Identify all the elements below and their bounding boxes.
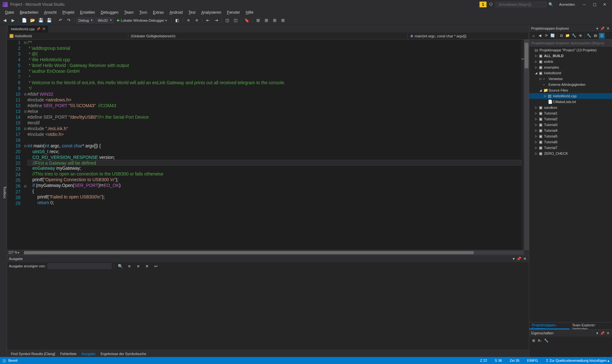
output-wrap-icon[interactable]: ↩ — [153, 263, 160, 270]
properties-grid[interactable] — [529, 344, 612, 357]
panel-pin-icon[interactable]: 📌 — [516, 256, 522, 261]
notification-badge[interactable]: 1 — [480, 2, 487, 7]
tb-icon-c[interactable]: ⊞ — [271, 17, 278, 24]
menu-android[interactable]: Android — [167, 10, 185, 15]
feedback-icon[interactable]: 🗨 — [487, 2, 495, 7]
sln-home-icon[interactable]: ⌂ — [531, 33, 536, 39]
tree-node-all_build[interactable]: ▷▣ALL_BUILD — [529, 53, 612, 59]
tree-node-tutorial7[interactable]: ▷▣Tutorial7 — [529, 145, 612, 151]
menu-extras[interactable]: Extras — [150, 10, 166, 15]
code-line[interactable]: if (myGateway.Open(SER_PORT)!=EO_OK) — [27, 182, 521, 188]
code-line[interactable]: #ifdef WIN32 — [27, 91, 521, 97]
panel-dropdown-icon[interactable]: ▾ — [596, 26, 599, 31]
sln-filter-icon[interactable]: ▤ — [593, 33, 598, 39]
close-button[interactable]: ✕ — [600, 1, 609, 8]
menu-analysieren[interactable]: Analysieren — [199, 10, 224, 15]
start-debug-button[interactable]: ▶ Lokaler Windows-Debugger ▾ — [115, 18, 170, 23]
bookmark-icon[interactable]: 🔖 — [243, 17, 250, 24]
bottom-tab-0[interactable]: Find Symbol Results [Clang] — [8, 351, 58, 356]
tree-node-source-files[interactable]: ◢📁Source Files — [529, 87, 612, 93]
code-line[interactable]: #include "./eoLink.h" — [27, 126, 521, 131]
tree-node-tutorial1[interactable]: ▷▣Tutorial1 — [529, 110, 612, 116]
tb-icon-3[interactable]: ≡ — [193, 17, 200, 24]
tb-icon-b[interactable]: ⊞ — [263, 17, 270, 24]
code-line[interactable]: { — [27, 188, 521, 194]
code-line[interactable]: #endif — [27, 120, 521, 126]
fold-toggle[interactable]: ⊟ — [23, 40, 27, 45]
minimize-button[interactable]: ─ — [579, 1, 589, 8]
new-file-icon[interactable]: 📄 — [21, 17, 28, 24]
tb-icon-d[interactable]: ⊞ — [279, 17, 286, 24]
sln-collapse-icon[interactable]: ⊟ — [558, 33, 564, 39]
panel-close-icon[interactable]: ✕ — [523, 256, 527, 261]
code-line[interactable]: * \file HelloWorld.cpp — [27, 57, 521, 63]
nav-back-icon[interactable]: ◀ — [1, 17, 8, 24]
sln-wrench-icon[interactable]: 🔧 — [586, 33, 592, 39]
panel-dropdown-icon[interactable]: ▾ — [596, 331, 599, 335]
sln-back-icon[interactable]: ◀ — [537, 33, 543, 39]
prop-wrench-icon[interactable]: 🔧 — [543, 338, 549, 343]
horizontal-scrollbar[interactable] — [24, 251, 524, 255]
bottom-tab-3[interactable]: Ergebnisse der Symbolsuche — [98, 351, 149, 356]
menu-fenster[interactable]: Fenster — [224, 10, 243, 15]
menu-erstellen[interactable]: Erstellen — [78, 10, 98, 15]
menu-debuggen[interactable]: Debuggen — [98, 10, 121, 15]
vertical-scrollbar[interactable] — [524, 40, 529, 250]
fold-toggle[interactable]: ⊟ — [23, 143, 27, 149]
tree-node-examples[interactable]: ▷▣examples — [529, 64, 612, 70]
panel-pin-icon[interactable]: 📌 — [600, 26, 605, 31]
tree-node-helloworld-cpp[interactable]: ▷▤HelloWorld.cpp — [529, 93, 612, 99]
overview-ruler[interactable] — [521, 40, 524, 250]
quick-launch-input[interactable] — [495, 2, 547, 7]
menu-hilfe[interactable]: Hilfe — [243, 10, 256, 15]
solution-search-input[interactable] — [529, 40, 612, 47]
code-line[interactable]: CO_RD_VERSION_RESPONSE version; — [27, 154, 521, 160]
scrollbar-thumb-h[interactable] — [24, 251, 474, 254]
sln-sync-icon[interactable]: ⟳ — [543, 33, 549, 39]
sln-refresh-icon[interactable]: 🔄 — [550, 33, 555, 39]
pin-icon[interactable]: 📌 — [36, 27, 40, 31]
menu-tsvn[interactable]: Tsvn — [137, 10, 150, 15]
source-control-link[interactable]: ↥ Zur Quellcodeverwaltung hinzufügen ▴ — [546, 359, 609, 363]
tree-node-externe-abh-ngigkeiten[interactable]: ▫Externe Abhängigkeiten — [529, 82, 612, 87]
output-source-dropdown[interactable] — [48, 263, 111, 269]
output-clear-icon[interactable]: ✕ — [144, 263, 151, 270]
prop-az-icon[interactable]: A↓ — [537, 338, 543, 343]
code-line[interactable]: */ — [27, 85, 521, 91]
tree-node-tutorial2[interactable]: ▷▣Tutorial2 — [529, 116, 612, 122]
sln-more-icon[interactable]: ☰ — [599, 33, 605, 39]
config-dropdown[interactable]: Debug — [76, 18, 94, 23]
code-line[interactable]: #include <windows.h> — [27, 97, 521, 103]
output-find-icon[interactable]: 🔍 — [117, 263, 124, 270]
panel-tab-1[interactable]: Team Explorer: Verbinden — [570, 323, 612, 329]
code-line[interactable]: //This tries to open an connection to th… — [27, 171, 521, 177]
fold-toggle[interactable]: ⊟ — [23, 108, 27, 114]
code-line[interactable]: eoGateway myGateway; — [27, 165, 521, 171]
zoom-level[interactable]: 127 % — [8, 251, 17, 254]
code-line[interactable]: printf("Opening Connection to USB300 \n"… — [27, 177, 521, 182]
tree-node-cmakelists-txt[interactable]: 📄CMakeLists.txt — [529, 99, 612, 105]
code-line[interactable]: * @{ — [27, 51, 521, 57]
bottom-tab-1[interactable]: Fehlerliste — [58, 351, 79, 356]
output-next-icon[interactable]: ≡ — [135, 263, 142, 270]
tb-icon-1[interactable]: ◧ — [174, 17, 181, 24]
tree-node-eolink[interactable]: ▷▣eolink — [529, 59, 612, 64]
menu-projekt[interactable]: Projekt — [60, 10, 77, 15]
code-line[interactable]: uint16_t recv; — [27, 149, 521, 154]
code-line[interactable]: //First a Gateway will be defined — [27, 160, 521, 166]
code-line[interactable] — [27, 137, 521, 143]
code-line[interactable]: /** — [27, 40, 521, 45]
menu-test[interactable]: Test — [186, 10, 198, 15]
tree-node-verweise[interactable]: ▷▫Verweise — [529, 76, 612, 82]
tree-node-tutorial4[interactable]: ▷▣Tutorial4 — [529, 128, 612, 133]
code-line[interactable]: printf("Failed to open USB300\n"); — [27, 194, 521, 200]
indent-icon[interactable]: ⇥ — [213, 17, 220, 24]
scrollbar-thumb[interactable] — [525, 43, 528, 68]
tree-node-tutorial5[interactable]: ▷▣Tutorial5 — [529, 133, 612, 139]
tb-icon-2[interactable]: ≡ — [185, 17, 192, 24]
fold-toggle[interactable]: ⊟ — [23, 126, 27, 131]
code-line[interactable]: int main(int argc, const char* argv[]) { — [27, 143, 521, 149]
panel-close-icon[interactable]: ✕ — [606, 26, 610, 31]
tree-node-helloworld[interactable]: ◢▣HelloWorld — [529, 70, 612, 76]
tb-icon-a[interactable]: ⊞ — [254, 17, 261, 24]
